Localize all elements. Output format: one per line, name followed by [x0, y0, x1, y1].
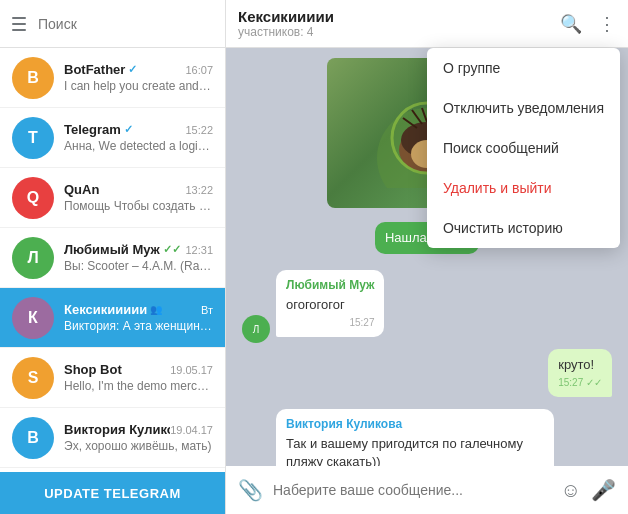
- chat-time-botfather: 16:07: [185, 64, 213, 76]
- chat-name-botfather: BotFather✓: [64, 62, 137, 77]
- chat-list: B BotFather✓ 16:07 I can help you create…: [0, 48, 225, 472]
- message-bubble: Виктория Куликова Так и вашему пригодитс…: [276, 409, 554, 466]
- chat-time-shopbot: 19.05.17: [170, 364, 213, 376]
- message-bubble: круто! 15:27 ✓✓: [548, 349, 612, 397]
- avatar-botfather: B: [12, 57, 54, 99]
- chat-footer: 📎 ☺ 🎤: [226, 466, 628, 514]
- message-time: 15:27 ✓✓: [558, 376, 602, 390]
- chat-item-viktoria[interactable]: В Виктория Кулико... 19.04.17 Эх, хорошо…: [0, 408, 225, 468]
- chat-header-actions: 🔍 ⋮: [560, 13, 616, 35]
- avatar-telegram: T: [12, 117, 54, 159]
- chat-header-name: Кексикиииии: [238, 8, 334, 25]
- chat-name-row: Любимый Муж✓✓ 12:31: [64, 242, 213, 257]
- chat-area: Кексикиииии участников: 4 🔍 ⋮: [226, 0, 628, 514]
- update-telegram-button[interactable]: UPDATE TELEGRAM: [0, 472, 225, 514]
- chat-name-row: Кексикиииии👥 Вт: [64, 302, 213, 317]
- chat-name-row: Telegram✓ 15:22: [64, 122, 213, 137]
- verified-icon: ✓: [124, 123, 133, 136]
- chat-name-row: Виктория Кулико... 19.04.17: [64, 422, 213, 437]
- chat-header-info: Кексикиииии участников: 4: [238, 8, 334, 39]
- chat-time-telegram: 15:22: [185, 124, 213, 136]
- more-icon[interactable]: ⋮: [598, 13, 616, 35]
- avatar-keksikiiii: К: [12, 297, 54, 339]
- chat-time-keksikiiii: Вт: [201, 304, 213, 316]
- chat-item-husband[interactable]: Л Любимый Муж✓✓ 12:31 Вы: Scooter – 4.A.…: [0, 228, 225, 288]
- chat-item-keksikiiii[interactable]: К Кексикиииии👥 Вт Виктория: А эта женщин…: [0, 288, 225, 348]
- chat-name-row: BotFather✓ 16:07: [64, 62, 213, 77]
- attachment-icon[interactable]: 📎: [238, 478, 263, 502]
- mini-avatar: Л: [242, 315, 270, 343]
- chat-time-husband: 12:31: [185, 244, 213, 256]
- sidebar-header: [0, 0, 225, 48]
- messages-container: Л Любимый Муж огогогогог 15:27 круто! 15…: [242, 270, 612, 466]
- verified-icon: ✓: [128, 63, 137, 76]
- message-row: круто! 15:27 ✓✓: [242, 349, 612, 403]
- chat-preview-telegram: Анна, We detected a login in...: [64, 139, 213, 153]
- message-row: В Виктория Куликова Так и вашему пригоди…: [242, 409, 612, 466]
- avatar-quan: Q: [12, 177, 54, 219]
- dropdown-item-поиск-сообщений[interactable]: Поиск сообщений: [427, 128, 620, 168]
- chat-name-quan: QuAn: [64, 182, 99, 197]
- dropdown-item-удалить-и-выйти[interactable]: Удалить и выйти: [427, 168, 620, 208]
- message-sender: Виктория Куликова: [286, 416, 544, 433]
- chat-item-botfather[interactable]: B BotFather✓ 16:07 I can help you create…: [0, 48, 225, 108]
- message-text: Так и вашему пригодится по галечному пля…: [286, 435, 544, 466]
- search-input[interactable]: [38, 16, 213, 32]
- chat-header: Кексикиииии участников: 4 🔍 ⋮: [226, 0, 628, 48]
- chat-preview-quan: Помощь Чтобы создать опл...: [64, 199, 213, 213]
- avatar-shopbot: S: [12, 357, 54, 399]
- app-container: B BotFather✓ 16:07 I can help you create…: [0, 0, 628, 514]
- check-icon: ✓✓: [163, 243, 181, 256]
- dropdown-menu: О группеОтключить уведомленияПоиск сообщ…: [427, 48, 620, 248]
- message-text: огогогогог: [286, 296, 374, 314]
- message-bubble: Любимый Муж огогогогог 15:27: [276, 270, 384, 337]
- chat-preview-viktoria: Эх, хорошо живёшь, мать): [64, 439, 213, 453]
- chat-name-row: QuAn 13:22: [64, 182, 213, 197]
- chat-info-keksikiiii: Кексикиииии👥 Вт Виктория: А эта женщина …: [64, 302, 213, 333]
- chat-name-viktoria: Виктория Кулико...: [64, 422, 170, 437]
- chat-info-quan: QuAn 13:22 Помощь Чтобы создать опл...: [64, 182, 213, 213]
- mic-icon[interactable]: 🎤: [591, 478, 616, 502]
- message-time: 15:27: [286, 316, 374, 330]
- chat-name-telegram: Telegram✓: [64, 122, 133, 137]
- chat-name-shopbot: Shop Bot: [64, 362, 122, 377]
- avatar-husband: Л: [12, 237, 54, 279]
- chat-info-botfather: BotFather✓ 16:07 I can help you create a…: [64, 62, 213, 93]
- chat-preview-shopbot: Hello, I'm the demo merchan...: [64, 379, 213, 393]
- chat-info-husband: Любимый Муж✓✓ 12:31 Вы: Scooter – 4.A.M.…: [64, 242, 213, 273]
- chat-name-row: Shop Bot 19.05.17: [64, 362, 213, 377]
- chat-preview-husband: Вы: Scooter – 4.A.M. (Radio V...: [64, 259, 213, 273]
- chat-time-quan: 13:22: [185, 184, 213, 196]
- message-sender: Любимый Муж: [286, 277, 374, 294]
- chat-time-viktoria: 19.04.17: [170, 424, 213, 436]
- chat-info-telegram: Telegram✓ 15:22 Анна, We detected a logi…: [64, 122, 213, 153]
- hamburger-icon[interactable]: [12, 17, 26, 31]
- group-icon: 👥: [150, 304, 162, 315]
- dropdown-item-отключить-уведомления[interactable]: Отключить уведомления: [427, 88, 620, 128]
- chat-info-viktoria: Виктория Кулико... 19.04.17 Эх, хорошо ж…: [64, 422, 213, 453]
- avatar-viktoria: В: [12, 417, 54, 459]
- message-input[interactable]: [273, 482, 551, 498]
- sidebar: B BotFather✓ 16:07 I can help you create…: [0, 0, 226, 514]
- chat-preview-keksikiiii: Виктория: А эта женщина п...: [64, 319, 213, 333]
- chat-info-shopbot: Shop Bot 19.05.17 Hello, I'm the demo me…: [64, 362, 213, 393]
- chat-name-husband: Любимый Муж✓✓: [64, 242, 181, 257]
- chat-header-subtitle: участников: 4: [238, 25, 334, 39]
- dropdown-item-о-группе[interactable]: О группе: [427, 48, 620, 88]
- chat-item-telegram[interactable]: T Telegram✓ 15:22 Анна, We detected a lo…: [0, 108, 225, 168]
- message-row: Л Любимый Муж огогогогог 15:27: [242, 270, 612, 343]
- message-text: круто!: [558, 356, 602, 374]
- search-icon[interactable]: 🔍: [560, 13, 582, 35]
- chat-name-keksikiiii: Кексикиииии👥: [64, 302, 162, 317]
- dropdown-item-очистить-историю[interactable]: Очистить историю: [427, 208, 620, 248]
- chat-item-shopbot[interactable]: S Shop Bot 19.05.17 Hello, I'm the demo …: [0, 348, 225, 408]
- emoji-icon[interactable]: ☺: [561, 479, 581, 502]
- chat-preview-botfather: I can help you create and ma...: [64, 79, 213, 93]
- chat-item-quan[interactable]: Q QuAn 13:22 Помощь Чтобы создать опл...: [0, 168, 225, 228]
